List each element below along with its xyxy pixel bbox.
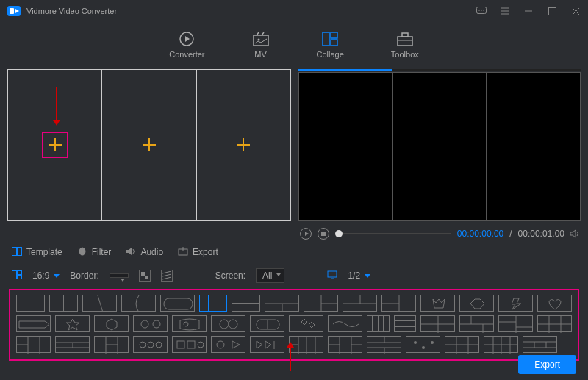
preview-tab[interactable] [298,69,392,71]
template-item[interactable] [498,295,533,312]
template-item[interactable] [367,336,401,353]
collage-cell[interactable] [197,70,290,220]
svg-rect-34 [328,271,337,277]
annotation-arrow-icon [290,345,291,371]
page-indicator[interactable]: 1/2 [348,270,370,281]
template-item[interactable] [484,336,518,353]
svg-rect-8 [548,7,556,15]
template-item[interactable] [172,315,207,332]
template-item[interactable] [55,336,90,353]
audio-icon [126,247,136,257]
seek-knob[interactable] [335,230,343,237]
svg-marker-46 [433,299,445,308]
volume-icon[interactable] [570,229,581,238]
template-item[interactable] [16,295,45,312]
maximize-button[interactable] [547,6,557,16]
svg-point-79 [148,342,154,348]
template-item[interactable] [250,315,284,332]
feedback-icon[interactable] [476,6,487,16]
aspect-ratio-select[interactable]: 16:9 [32,270,60,281]
close-button[interactable] [570,6,581,16]
section-audio[interactable]: Audio [126,247,163,257]
template-item[interactable] [250,336,284,353]
tab-toolbox[interactable]: Toolbox [385,28,425,62]
section-export[interactable]: Export [178,247,218,257]
svg-marker-48 [19,321,49,328]
template-item[interactable] [523,336,557,353]
template-item[interactable] [265,295,299,312]
template-item[interactable] [94,336,129,353]
template-item[interactable] [537,295,572,312]
preview-tab[interactable] [487,69,581,71]
svg-rect-37 [164,298,193,309]
template-item[interactable] [445,336,479,353]
template-item[interactable] [328,315,362,332]
template-item[interactable] [406,336,440,353]
svg-marker-47 [470,299,484,309]
template-item[interactable] [381,295,416,312]
section-filter[interactable]: Filter [77,247,112,257]
tab-collage[interactable]: Collage [311,28,350,62]
tab-converter[interactable]: Converter [163,28,210,62]
template-item[interactable] [304,295,338,312]
border-label: Border: [70,270,98,281]
template-item[interactable] [82,295,117,312]
border-style-select[interactable] [110,273,129,278]
template-item[interactable] [420,295,455,312]
template-item[interactable] [16,315,51,332]
template-item[interactable] [199,295,228,312]
template-item[interactable] [133,336,168,353]
highlight-box [42,132,68,158]
template-item[interactable] [16,336,51,353]
template-item[interactable] [289,315,323,332]
svg-marker-12 [185,36,190,42]
time-total: 00:00:01.00 [518,229,564,239]
section-template[interactable]: Template [12,247,62,257]
template-item[interactable] [459,295,494,312]
template-item[interactable] [133,315,168,332]
preview-tab[interactable] [392,69,487,71]
display-icon[interactable] [327,270,337,281]
template-item[interactable] [537,315,572,332]
template-item[interactable] [343,295,377,312]
stop-button[interactable] [318,228,329,240]
preview-cell [393,73,487,220]
template-item[interactable] [160,295,195,312]
svg-rect-16 [331,32,337,38]
template-item[interactable] [289,336,323,353]
template-item[interactable] [459,315,494,332]
minimize-button[interactable] [523,6,534,16]
template-item[interactable] [232,295,260,312]
template-item[interactable] [394,315,417,332]
svg-line-33 [162,277,171,279]
svg-rect-13 [254,35,268,46]
svg-rect-23 [18,248,22,256]
template-item[interactable] [328,336,362,353]
svg-point-78 [140,342,146,348]
template-item[interactable] [121,295,156,312]
template-item[interactable] [211,315,245,332]
border-pattern-button[interactable] [161,270,173,282]
template-item[interactable] [49,295,78,312]
template-item[interactable] [55,315,90,332]
svg-rect-27 [18,271,22,275]
template-grid [9,289,579,361]
play-button[interactable] [300,228,312,240]
layout-icon[interactable] [12,270,22,281]
template-item[interactable] [211,336,245,353]
template-item[interactable] [94,315,129,332]
template-item[interactable] [498,315,533,332]
menu-icon[interactable] [500,6,510,16]
svg-marker-24 [126,248,132,255]
border-color-picker[interactable] [139,270,151,282]
screen-select[interactable]: All [256,268,284,283]
tab-mv[interactable]: MV [246,28,276,62]
collage-cell[interactable] [102,70,196,220]
template-item[interactable] [420,315,455,332]
template-item[interactable] [367,315,390,332]
svg-point-14 [257,39,259,41]
seek-slider[interactable] [335,233,451,234]
template-item[interactable] [172,336,207,353]
section-tabs: Template Filter Audio Export [0,243,588,262]
export-button[interactable]: Export [518,355,576,374]
